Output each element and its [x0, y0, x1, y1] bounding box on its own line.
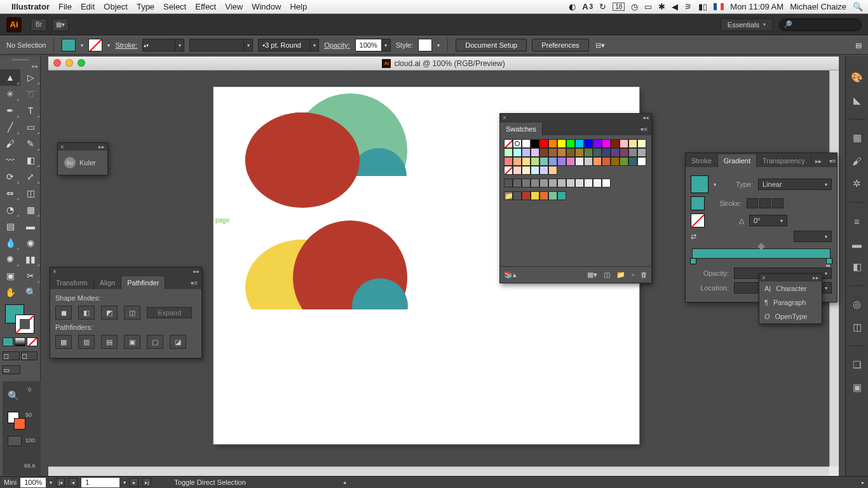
tab-pathfinder[interactable]: Pathfinder: [121, 276, 165, 289]
stroke-gradient-buttons[interactable]: [747, 198, 783, 208]
minimize-window-button[interactable]: [65, 59, 73, 67]
adobe-notif-icon[interactable]: A3: [582, 2, 593, 11]
gradient-ramp[interactable]: [692, 248, 831, 259]
gradient-angle-field[interactable]: 0°▾: [749, 215, 787, 226]
close-icon[interactable]: ×: [762, 274, 766, 281]
tab-stroke[interactable]: Stroke: [686, 154, 718, 167]
swatch[interactable]: [628, 148, 637, 157]
swatch[interactable]: [548, 139, 557, 148]
swatch[interactable]: [522, 157, 531, 166]
swatch[interactable]: [593, 148, 602, 157]
none-mode-button[interactable]: [27, 337, 37, 346]
swatch[interactable]: [548, 148, 557, 157]
arrange-documents-button[interactable]: ▦▾: [52, 18, 69, 31]
width-tool[interactable]: ⇔: [0, 185, 20, 201]
calendar-icon[interactable]: 18: [613, 3, 625, 11]
preferences-button[interactable]: Preferences: [532, 39, 588, 51]
swatch[interactable]: [584, 179, 593, 187]
battery-icon[interactable]: ▮▯: [698, 2, 707, 11]
swatch[interactable]: [557, 139, 566, 148]
bluetooth-icon[interactable]: ✱: [658, 2, 665, 11]
appearance-panel-icon[interactable]: ◎: [850, 297, 864, 311]
swatches-panel-icon[interactable]: ▦: [850, 131, 864, 145]
menu-select[interactable]: Select: [163, 2, 186, 11]
cc-status-icon[interactable]: ◐: [569, 2, 576, 11]
pencil-tool[interactable]: ✎: [20, 135, 41, 152]
swatch[interactable]: [522, 148, 531, 157]
menu-type[interactable]: Type: [137, 2, 154, 11]
expand-button[interactable]: Expand: [147, 307, 192, 318]
bridge-button[interactable]: Br: [31, 18, 47, 31]
crop-button[interactable]: ▣: [124, 335, 140, 349]
delete-swatch-icon[interactable]: 🗑: [641, 271, 648, 279]
view-mode-icon[interactable]: [8, 436, 22, 446]
brush-definition[interactable]: • 3 pt. Round▾: [258, 39, 319, 51]
menu-file[interactable]: File: [58, 2, 72, 11]
symbols-panel-icon[interactable]: ✲: [850, 177, 864, 191]
menu-view[interactable]: View: [225, 2, 243, 11]
swatch[interactable]: [548, 191, 557, 200]
swatch[interactable]: [504, 157, 513, 166]
line-tool[interactable]: ╱: [0, 119, 20, 135]
exclude-button[interactable]: ◫: [124, 306, 140, 320]
tab-transform[interactable]: Transform: [50, 276, 94, 289]
swatch[interactable]: [513, 148, 522, 157]
swatch[interactable]: [628, 157, 637, 166]
timemachine-icon[interactable]: ◷: [631, 2, 638, 11]
panel-menu-icon[interactable]: ▾≡: [825, 155, 840, 167]
swatch[interactable]: [531, 191, 539, 200]
app-menu[interactable]: Illustrator: [11, 2, 50, 11]
blob-brush-tool[interactable]: 〰: [0, 152, 20, 168]
swatch[interactable]: [602, 139, 611, 148]
swatch[interactable]: [566, 157, 575, 166]
paragraph-panel-item[interactable]: ¶Paragraph: [759, 295, 822, 309]
swatch[interactable]: [522, 191, 531, 200]
aspect-ratio-field[interactable]: ▾: [794, 231, 832, 242]
color-mode-button[interactable]: [3, 337, 13, 346]
eyedropper-tool[interactable]: 💧: [0, 234, 20, 251]
layers-panel-icon[interactable]: ❑: [850, 358, 864, 372]
swatch[interactable]: [557, 157, 566, 166]
swatch[interactable]: [539, 157, 548, 166]
swatch[interactable]: [557, 191, 566, 200]
shape-builder-tool[interactable]: ◔: [0, 201, 20, 218]
swatch[interactable]: [513, 179, 522, 187]
artboard-number-field[interactable]: 1: [81, 478, 119, 487]
swatch[interactable]: [522, 179, 531, 187]
swatch[interactable]: [531, 179, 539, 187]
swatch-none[interactable]: [504, 139, 513, 148]
free-transform-tool[interactable]: ◫: [20, 185, 41, 201]
opacity-field[interactable]: 100%▾: [355, 39, 391, 51]
swatch[interactable]: [602, 157, 611, 166]
magnifier-icon[interactable]: 🔍: [8, 390, 20, 402]
stroke-weight-field[interactable]: ▴▾▾: [142, 39, 184, 51]
swatch[interactable]: [522, 139, 531, 148]
draw-normal-button[interactable]: ◻: [3, 351, 20, 360]
close-icon[interactable]: ×: [503, 114, 506, 121]
stroke-panel-icon2[interactable]: ≡: [850, 214, 864, 228]
gradient-stroke-swatch[interactable]: [691, 214, 705, 227]
swatch[interactable]: [513, 157, 522, 166]
gradient-fill-preview[interactable]: [691, 175, 709, 193]
gradient-mode-button[interactable]: [15, 337, 25, 346]
fill-stroke-control[interactable]: [0, 301, 40, 336]
gradient-panel-icon[interactable]: ▬: [850, 237, 864, 251]
document-setup-button[interactable]: Document Setup: [456, 39, 527, 51]
swatch[interactable]: [593, 139, 602, 148]
show-swatch-kinds-icon[interactable]: ▦▾: [587, 271, 597, 279]
panel-menu-icon[interactable]: ▾≡: [187, 277, 201, 289]
swatch[interactable]: [584, 139, 593, 148]
swatch-registration[interactable]: [513, 139, 522, 148]
spotlight-icon[interactable]: 🔍: [853, 2, 863, 11]
unite-button[interactable]: ◼: [55, 306, 72, 320]
reverse-gradient-icon[interactable]: ⇄: [691, 233, 696, 241]
close-icon[interactable]: ×: [60, 144, 64, 151]
rectangle-tool[interactable]: ▭: [20, 119, 41, 135]
paintbrush-tool[interactable]: 🖌: [0, 135, 20, 152]
gradient-stop-left[interactable]: [690, 258, 696, 264]
swatch[interactable]: [531, 157, 539, 166]
swatch[interactable]: [575, 179, 584, 187]
zoom-tool[interactable]: 🔍: [20, 284, 41, 301]
color-group-folder-icon[interactable]: 📁: [504, 191, 513, 200]
swatch-options-icon[interactable]: ◫: [604, 271, 610, 279]
